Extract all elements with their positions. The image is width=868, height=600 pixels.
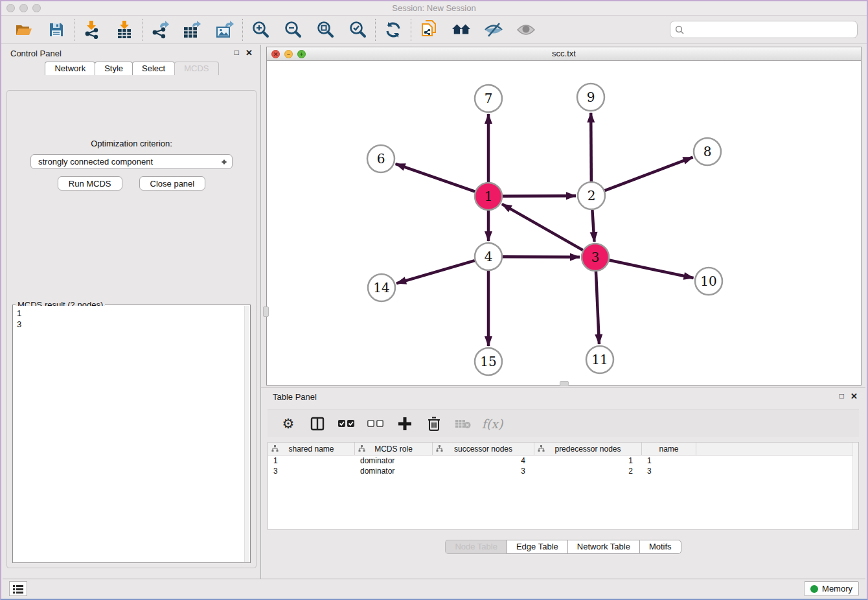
search-box[interactable] (670, 21, 858, 38)
node-3[interactable]: 3 (582, 244, 609, 271)
edge-3-10[interactable] (610, 260, 694, 278)
node-9[interactable]: 9 (577, 84, 604, 111)
table-scrollbar[interactable] (852, 443, 858, 529)
import-network-icon[interactable] (82, 20, 102, 40)
node-15[interactable]: 15 (475, 348, 502, 375)
cell-predecessor-nodes[interactable]: 1 (534, 456, 642, 466)
close-panel-icon[interactable]: ✕ (246, 48, 253, 58)
zoom-out-icon[interactable] (283, 20, 303, 40)
cell-shared-name[interactable]: 3 (268, 466, 355, 476)
tab-node-table[interactable]: Node Table (445, 540, 507, 554)
tab-select[interactable]: Select (132, 62, 175, 75)
float-table-panel-icon[interactable]: □ (839, 391, 844, 401)
node-8[interactable]: 8 (694, 138, 721, 165)
zoom-in-icon[interactable] (251, 20, 270, 40)
show-all-eye-icon[interactable] (516, 20, 536, 40)
tab-edge-table[interactable]: Edge Table (507, 540, 567, 554)
add-column-icon[interactable] (396, 415, 414, 433)
maximize-window-button[interactable] (32, 4, 41, 12)
edge-3-1[interactable] (502, 204, 583, 250)
frame-minimize-icon[interactable]: − (284, 50, 293, 58)
edge-1-2[interactable] (503, 196, 576, 196)
column-header-predecessor-nodes[interactable]: predecessor nodes (534, 443, 642, 455)
tab-style[interactable]: Style (95, 62, 133, 75)
zoom-fit-icon[interactable] (315, 20, 335, 40)
node-2[interactable]: 2 (578, 182, 605, 209)
close-table-panel-icon[interactable]: ✕ (851, 391, 858, 401)
cell-shared-name[interactable]: 1 (268, 456, 355, 466)
import-table-icon[interactable] (115, 20, 134, 40)
tab-mcds[interactable]: MCDS (174, 62, 218, 75)
column-header-name[interactable]: name (642, 443, 696, 455)
vertical-splitter-handle[interactable] (263, 306, 269, 317)
column-header-successor-nodes[interactable]: successor nodes (433, 443, 534, 455)
cell-successor-nodes[interactable]: 4 (433, 456, 534, 466)
node-7[interactable]: 7 (475, 85, 502, 112)
status-bar: Memory (3, 579, 865, 597)
node-6[interactable]: 6 (367, 145, 394, 172)
close-panel-button[interactable]: Close panel (139, 176, 206, 190)
table-row[interactable]: 1dominator411 (268, 456, 858, 466)
split-columns-icon[interactable] (308, 415, 326, 433)
cell-name[interactable]: 1 (642, 456, 696, 466)
mcds-result-text[interactable]: 1 3 (14, 306, 244, 562)
close-window-button[interactable] (6, 4, 15, 12)
minimize-window-button[interactable] (19, 4, 28, 12)
hide-selected-eye-icon[interactable] (484, 20, 503, 40)
svg-text:4: 4 (485, 249, 493, 264)
network-frame-titlebar[interactable]: ✕ − + scc.txt (267, 47, 861, 61)
svg-text:7: 7 (485, 91, 493, 106)
column-header-shared-name[interactable]: shared name (268, 443, 355, 455)
tab-motifs[interactable]: Motifs (639, 540, 681, 554)
select-all-columns-icon[interactable] (337, 415, 356, 433)
edge-4-14[interactable] (396, 260, 475, 283)
network-graph[interactable]: 7968124314101511 (267, 61, 861, 385)
delete-column-icon[interactable] (425, 415, 443, 433)
node-1[interactable]: 1 (475, 183, 502, 210)
svg-text:8: 8 (703, 144, 712, 159)
node-11[interactable]: 11 (586, 346, 613, 373)
frame-close-icon[interactable]: ✕ (271, 50, 280, 58)
cell-name[interactable]: 3 (642, 466, 696, 476)
edge-2-9[interactable] (591, 113, 591, 181)
task-history-button[interactable] (9, 581, 27, 596)
horizontal-splitter-handle[interactable] (560, 381, 569, 386)
criterion-select[interactable]: strongly connected component (30, 154, 233, 169)
tab-network-table[interactable]: Network Table (567, 540, 639, 554)
cell-successor-nodes[interactable]: 3 (433, 466, 534, 476)
column-type-icon (538, 445, 545, 452)
svg-text:6: 6 (377, 151, 385, 167)
run-mcds-button[interactable]: Run MCDS (58, 176, 122, 190)
cell-MCDS-role[interactable]: dominator (355, 466, 433, 476)
settings-gear-icon[interactable]: ⚙ (279, 415, 297, 433)
save-session-icon[interactable] (47, 20, 66, 40)
table-row[interactable]: 3dominator323 (268, 466, 858, 476)
node-4[interactable]: 4 (475, 243, 502, 270)
cell-predecessor-nodes[interactable]: 2 (534, 466, 642, 476)
node-14[interactable]: 14 (368, 274, 395, 301)
network-canvas[interactable]: 7968124314101511 (267, 61, 861, 385)
export-table-icon[interactable] (183, 20, 202, 40)
edge-3-11[interactable] (596, 271, 599, 344)
search-input[interactable] (687, 25, 857, 34)
cell-MCDS-role[interactable]: dominator (355, 456, 433, 466)
deselect-all-columns-icon[interactable] (367, 415, 385, 433)
edge-4-3[interactable] (503, 257, 580, 257)
open-file-icon[interactable] (14, 20, 34, 40)
edge-1-6[interactable] (396, 164, 475, 192)
column-header-MCDS-role[interactable]: MCDS role (355, 443, 433, 455)
home-layout-icon[interactable] (451, 20, 471, 40)
export-network-icon[interactable] (150, 20, 170, 40)
edge-2-8[interactable] (605, 157, 693, 191)
tab-network[interactable]: Network (45, 62, 95, 75)
zoom-selected-icon[interactable] (348, 20, 367, 40)
export-image-icon[interactable] (215, 20, 234, 40)
edge-2-3[interactable] (592, 210, 594, 242)
float-panel-icon[interactable]: □ (234, 48, 239, 58)
frame-maximize-icon[interactable]: + (297, 50, 306, 58)
copy-network-icon[interactable] (419, 20, 439, 40)
memory-button[interactable]: Memory (804, 581, 859, 596)
result-scrollbar[interactable] (244, 306, 249, 562)
node-10[interactable]: 10 (695, 268, 722, 295)
refresh-view-icon[interactable] (383, 20, 403, 40)
